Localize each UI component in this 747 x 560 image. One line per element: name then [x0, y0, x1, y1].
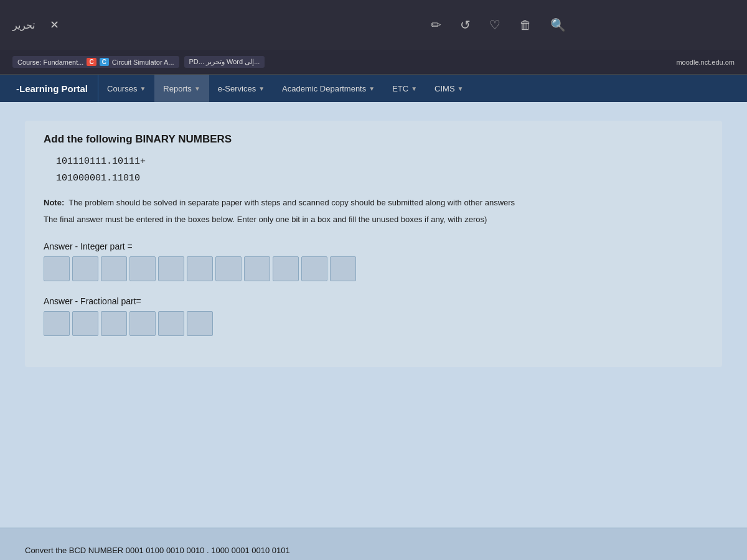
frac-box-2[interactable]: [72, 311, 98, 336]
convert-section: Convert the BCD NUMBER 0001 0100 0010 00…: [0, 528, 747, 560]
integer-box-3[interactable]: [101, 256, 127, 281]
integer-box-11[interactable]: [330, 256, 356, 281]
integer-box-2[interactable]: [72, 256, 98, 281]
integer-box-6[interactable]: [187, 256, 213, 281]
arabic-text: تحرير: [12, 19, 35, 31]
tab-circuit-label: Circuit Simulator A...: [112, 58, 174, 66]
nav-brand: -Learning Portal: [6, 75, 98, 102]
nav-academic-label: Academic Departments: [282, 84, 366, 93]
nav-reports-label: Reports: [163, 84, 192, 93]
note-line1: Note: The problem should be solved in se…: [44, 197, 703, 210]
nav-reports[interactable]: Reports ▼: [154, 75, 209, 102]
nav-cims-label: CIMS: [435, 84, 455, 93]
tab-course[interactable]: Course: Fundament... C C Circuit Simulat…: [12, 56, 179, 68]
convert-text: Convert the BCD NUMBER 0001 0100 0010 00…: [25, 546, 722, 555]
edit-icon[interactable]: ✏: [431, 17, 441, 32]
nav-eservices-label: e-Services: [218, 84, 256, 93]
frac-box-5[interactable]: [158, 311, 184, 336]
question-title: Add the following BINARY NUMBERS: [44, 133, 703, 146]
nav-courses[interactable]: Courses ▼: [98, 75, 154, 102]
tab-word[interactable]: PD... وتحرير Word إلى...: [184, 56, 265, 68]
integer-box-1[interactable]: [44, 256, 70, 281]
nav-etc-label: ETC: [392, 84, 408, 93]
question-section: Add the following BINARY NUMBERS 1011101…: [25, 121, 722, 367]
integer-input-boxes: [44, 256, 703, 281]
integer-box-10[interactable]: [301, 256, 327, 281]
fractional-answer-section: Answer - Fractional part=: [44, 296, 703, 336]
nav-eservices[interactable]: e-Services ▼: [209, 75, 273, 102]
reports-arrow: ▼: [194, 85, 200, 92]
tab-course-label: Course: Fundament...: [17, 58, 83, 66]
toolbar-icons: ✏ ↺ ♡ 🗑 🔍: [261, 17, 735, 32]
integer-box-4[interactable]: [129, 256, 156, 281]
frac-box-4[interactable]: [129, 311, 156, 336]
frac-box-6[interactable]: [187, 311, 213, 336]
cims-arrow: ▼: [458, 85, 464, 92]
refresh-icon[interactable]: ↺: [460, 17, 471, 32]
integer-answer-label: Answer - Integer part =: [44, 241, 703, 251]
tab-word-label: PD... وتحرير Word إلى...: [189, 58, 260, 66]
binary-numbers: 101110111.10111+ 101000001.11010: [56, 153, 703, 187]
nav-academic[interactable]: Academic Departments ▼: [273, 75, 383, 102]
frac-box-3[interactable]: [101, 311, 127, 336]
badge-c2: C: [100, 58, 109, 66]
badge-c1: C: [87, 58, 96, 66]
integer-box-7[interactable]: [215, 256, 242, 281]
nav-cims[interactable]: CIMS ▼: [426, 75, 472, 102]
frac-box-1[interactable]: [44, 311, 70, 336]
etc-arrow: ▼: [411, 85, 417, 92]
integer-answer-section: Answer - Integer part =: [44, 241, 703, 281]
academic-arrow: ▼: [369, 85, 375, 92]
binary-number2: 101000001.11010: [56, 170, 703, 187]
delete-icon[interactable]: 🗑: [519, 18, 532, 32]
navbar: -Learning Portal Courses ▼ Reports ▼ e-S…: [0, 75, 747, 102]
eservices-arrow: ▼: [258, 85, 265, 92]
integer-box-9[interactable]: [273, 256, 299, 281]
nav-etc[interactable]: ETC ▼: [383, 75, 426, 102]
close-icon[interactable]: ✕: [50, 18, 59, 32]
integer-box-5[interactable]: [158, 256, 184, 281]
domain-display: moodle.nct.edu.om: [676, 58, 735, 66]
note-label: Note:: [44, 198, 64, 207]
note-text-1: The problem should be solved in separate…: [68, 198, 515, 207]
zoom-icon[interactable]: 🔍: [550, 17, 566, 32]
tab-list: Course: Fundament... C C Circuit Simulat…: [12, 56, 670, 68]
main-content: Add the following BINARY NUMBERS 1011101…: [0, 102, 747, 560]
heart-icon[interactable]: ♡: [489, 17, 500, 32]
note-line2: The final answer must be entered in the …: [44, 213, 703, 226]
integer-box-8[interactable]: [244, 256, 270, 281]
binary-number1: 101110111.10111+: [56, 153, 703, 170]
browser-icons: تحرير ✕: [12, 18, 249, 32]
courses-arrow: ▼: [139, 85, 146, 92]
nav-courses-label: Courses: [107, 84, 137, 93]
browser-chrome: تحرير ✕ ✏ ↺ ♡ 🗑 🔍: [0, 0, 747, 50]
address-bar: Course: Fundament... C C Circuit Simulat…: [0, 50, 747, 75]
fractional-input-boxes: [44, 311, 703, 336]
fractional-answer-label: Answer - Fractional part=: [44, 296, 703, 306]
